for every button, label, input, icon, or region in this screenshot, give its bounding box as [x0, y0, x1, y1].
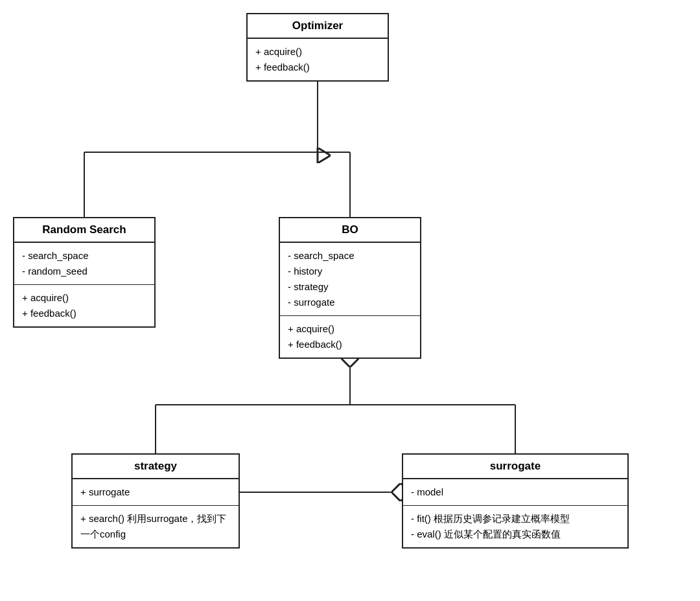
optimizer-methods: + acquire() + feedback()	[248, 39, 388, 80]
random-search-class: Random Search - search_space - random_se…	[13, 217, 156, 328]
random-search-class-name: Random Search	[14, 218, 154, 243]
surrogate-methods: - fit() 根据历史调参记录建立概率模型 - eval() 近似某个配置的真…	[403, 506, 627, 547]
strategy-class-name: strategy	[73, 455, 239, 479]
bo-attributes: - search_space - history - strategy - su…	[280, 243, 420, 316]
bo-class-name: BO	[280, 218, 420, 243]
random-search-methods: + acquire() + feedback()	[14, 285, 154, 326]
diagram-container: Optimizer + acquire() + feedback() Rando…	[0, 0, 700, 601]
surrogate-class-name: surrogate	[403, 455, 627, 479]
bo-methods: + acquire() + feedback()	[280, 316, 420, 357]
strategy-class: strategy + surrogate + search() 利用surrog…	[71, 453, 240, 549]
strategy-attributes: + surrogate	[73, 479, 239, 506]
optimizer-class-name: Optimizer	[248, 14, 388, 39]
random-search-attributes: - search_space - random_seed	[14, 243, 154, 285]
bo-class: BO - search_space - history - strategy -…	[279, 217, 421, 359]
strategy-methods: + search() 利用surrogate，找到下 一个config	[73, 506, 239, 547]
surrogate-attributes: - model	[403, 479, 627, 506]
optimizer-class: Optimizer + acquire() + feedback()	[246, 13, 389, 82]
surrogate-class: surrogate - model - fit() 根据历史调参记录建立概率模型…	[402, 453, 629, 549]
